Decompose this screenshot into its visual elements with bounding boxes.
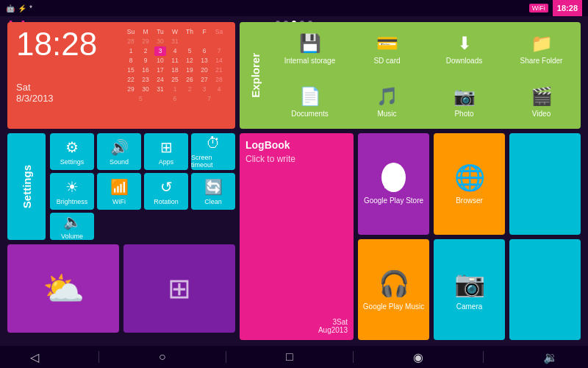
google-play-store-tile[interactable]: ▶ Google Play Store <box>358 133 429 235</box>
browser-label: Browser <box>456 197 483 205</box>
play-store-icon: ▶ <box>381 163 406 192</box>
clock-cal-container: 18:28 Sat 8/3/2013 Su M Tu W Th F Sa <box>16 28 226 104</box>
clean-icon: 🔄 <box>204 178 223 196</box>
video-icon: 🎬 <box>531 86 553 107</box>
bottom-left-row: ⛅ ⊞ <box>7 244 235 333</box>
rotation-icon: ↺ <box>160 178 173 196</box>
video-label: Video <box>532 110 551 118</box>
rotation-label: Rotation <box>154 198 179 205</box>
cal-su: Su <box>125 28 137 35</box>
gear-icon: ⚙ <box>65 138 79 156</box>
nav-separator-1 <box>98 351 99 363</box>
volume-label: Volume <box>61 233 83 240</box>
brightness-icon: ☀ <box>65 178 79 196</box>
recent-apps-button[interactable]: □ <box>286 350 293 364</box>
screen-timeout-label: Screen timeout <box>191 154 235 169</box>
explorer-label-tile: Explorer <box>240 22 270 129</box>
calendar-header: Su M Tu W Th F Sa <box>123 28 226 35</box>
clock-tile: 18:28 Sat 8/3/2013 Su M Tu W Th F Sa <box>7 22 235 129</box>
play-store-label: Google Play Store <box>364 197 423 205</box>
clock-time: 18:28 <box>16 28 123 60</box>
explorer-label: Explorer <box>249 53 262 98</box>
back-button[interactable]: ◁ <box>30 350 39 364</box>
photo-tile[interactable]: 📷 Photo <box>426 77 502 128</box>
nav-separator-3 <box>353 351 354 363</box>
share-folder-tile[interactable]: 📁 Share Folder <box>503 24 579 75</box>
clock-day: Sat <box>16 82 123 93</box>
logbook-date: 3Sat Aug2013 <box>318 318 348 334</box>
settings-grid: ⚙ Settings 🔊 Sound ⊞ Apps ⏱ Screen timeo… <box>50 133 235 240</box>
volume-down-button[interactable]: 🔉 <box>543 350 558 364</box>
right-column: Explorer 💾 Internal storage 💳 SD card ⬇ … <box>240 22 581 340</box>
wifi-label: WiFi <box>112 198 126 205</box>
sd-card-icon: 💳 <box>376 33 398 54</box>
screenshot-button[interactable]: ◉ <box>413 350 423 364</box>
play-music-icon: 🎧 <box>379 269 409 298</box>
documents-tile[interactable]: 📄 Documents <box>272 77 348 128</box>
settings-label: Settings <box>21 165 33 208</box>
downloads-label: Downloads <box>446 57 482 65</box>
bluetooth-icon: * <box>29 4 32 13</box>
settings-row: Settings ⚙ Settings 🔊 Sound ⊞ Apps ⏱ Scr… <box>7 133 235 240</box>
volume-icon: 🔈 <box>63 213 82 230</box>
music-tile[interactable]: 🎵 Music <box>349 77 425 128</box>
sound-tile[interactable]: 🔊 Sound <box>97 133 141 170</box>
settings-tile-label: Settings <box>60 158 85 166</box>
google-play-music-tile[interactable]: 🎧 Google Play Music <box>358 239 429 341</box>
apps-tile-label: Apps <box>159 158 174 166</box>
wifi-icon: 📶 <box>110 178 129 196</box>
video-tile[interactable]: 🎬 Video <box>503 77 579 128</box>
wifi-tile[interactable]: 📶 WiFi <box>97 173 141 210</box>
apps-grid: ▶ Google Play Store 🌐 Browser 🎧 Google P… <box>358 133 581 340</box>
downloads-tile[interactable]: ⬇ Downloads <box>426 24 502 75</box>
cal-tu: Tu <box>154 28 166 35</box>
camera-icon: 📷 <box>454 269 485 298</box>
nav-separator-4 <box>483 351 484 363</box>
play-music-label: Google Play Music <box>363 302 424 311</box>
status-right: WiFi 18:28 <box>529 0 582 16</box>
internal-storage-label: Internal storage <box>284 57 336 65</box>
photo-icon: 📷 <box>453 86 476 107</box>
screen-timeout-tile[interactable]: ⏱ Screen timeout <box>191 133 235 170</box>
sound-tile-label: Sound <box>110 158 129 166</box>
share-folder-label: Share Folder <box>520 57 563 65</box>
logbook-tile[interactable]: LogBook Click to write 3Sat Aug2013 <box>240 133 354 340</box>
status-icons-left: 🤖 ⚡ * <box>6 4 32 13</box>
share-folder-icon: 📁 <box>531 33 553 54</box>
internal-storage-tile[interactable]: 💾 Internal storage <box>272 24 348 75</box>
camera-tile[interactable]: 📷 Camera <box>434 239 505 341</box>
cal-sa: Sa <box>213 28 225 35</box>
clean-label: Clean <box>204 198 222 205</box>
home-button[interactable]: ○ <box>159 350 166 364</box>
apps-icon: ⊞ <box>160 138 173 156</box>
add-widget-tile[interactable]: ⊞ <box>123 244 235 333</box>
usb-icon: ⚡ <box>18 4 26 13</box>
internal-storage-icon: 💾 <box>299 33 321 54</box>
empty-tile-2 <box>509 239 581 341</box>
sd-card-tile[interactable]: 💳 SD card <box>349 24 425 75</box>
calendar-tile: Su M Tu W Th F Sa 28293031 1234567 89101… <box>123 28 226 104</box>
clock-left: 18:28 Sat 8/3/2013 <box>16 28 123 104</box>
settings-label-tile: Settings <box>7 133 46 240</box>
camera-label: Camera <box>456 302 483 311</box>
status-bar: 🤖 ⚡ * WiFi 18:28 <box>0 0 588 16</box>
browser-tile[interactable]: 🌐 Browser <box>434 133 505 235</box>
settings-tile[interactable]: ⚙ Settings <box>50 133 94 170</box>
sound-icon: 🔊 <box>110 138 129 156</box>
weather-icon: ⛅ <box>43 269 85 308</box>
brightness-tile[interactable]: ☀ Brightness <box>50 173 94 210</box>
brightness-label: Brightness <box>57 198 88 205</box>
weather-tile[interactable]: ⛅ <box>7 244 119 333</box>
cal-f: F <box>198 28 210 35</box>
status-time: 18:28 <box>553 0 582 16</box>
rotation-tile[interactable]: ↺ Rotation <box>144 173 188 210</box>
clean-tile[interactable]: 🔄 Clean <box>191 173 235 210</box>
plus-grid-icon: ⊞ <box>168 272 191 305</box>
volume-tile[interactable]: 🔈 Volume <box>50 213 94 240</box>
documents-label: Documents <box>291 110 329 118</box>
logbook-click-to-write[interactable]: Click to write <box>245 154 348 164</box>
apps-tile[interactable]: ⊞ Apps <box>144 133 188 170</box>
clock-date: 8/3/2013 <box>16 93 123 104</box>
main-content: 18:28 Sat 8/3/2013 Su M Tu W Th F Sa <box>0 16 588 346</box>
photo-label: Photo <box>454 110 473 118</box>
